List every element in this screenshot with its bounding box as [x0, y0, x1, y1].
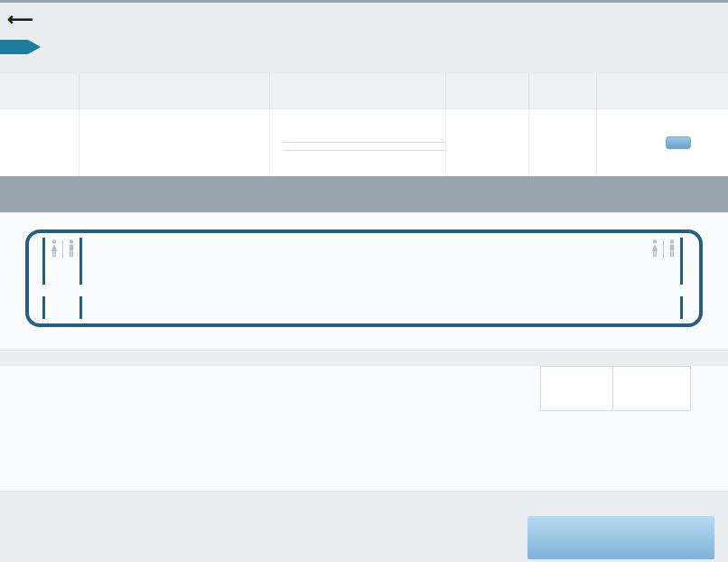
wc-divider [663, 240, 664, 258]
wagon-bottom-zone [29, 296, 699, 319]
wc-left [45, 238, 82, 285]
passenger-train-number [541, 367, 613, 410]
date-cell [270, 109, 446, 176]
train-info-table [0, 73, 728, 176]
top-strip [0, 0, 728, 3]
compartments-bottom [82, 296, 646, 319]
aisle-right-space [646, 296, 683, 319]
back-to-train-list-link[interactable]: ⟵ [0, 3, 42, 25]
vestibule-right [683, 238, 699, 285]
breadcrumb-step-seat-selection[interactable] [0, 40, 41, 54]
booking-page: ⟵ [0, 0, 728, 562]
passenger-box [540, 366, 691, 411]
wagon-type-line [0, 212, 728, 222]
train-row [0, 109, 728, 176]
vestibule-right [683, 296, 699, 319]
vestibule-left [29, 296, 45, 319]
wc-divider [62, 240, 63, 258]
left-arrow-icon: ⟵ [7, 13, 33, 25]
passenger-seat-info [613, 367, 690, 410]
section-divider [0, 350, 728, 351]
times-cell [446, 109, 529, 176]
duration-cell [529, 109, 597, 176]
wagon-scheme [25, 229, 703, 327]
aisle-left-space [45, 296, 82, 319]
wc-male-icon [667, 239, 677, 258]
header-route [79, 73, 270, 109]
compartments-top [82, 238, 646, 285]
train-number-cell [0, 109, 79, 176]
wagon-top-zone [29, 238, 699, 285]
checkout-button[interactable] [527, 516, 714, 559]
free-seats-cell [597, 109, 728, 176]
passenger-card [540, 366, 691, 411]
seat-map-section [0, 212, 728, 351]
wc-female-icon [650, 239, 659, 258]
header-duration [529, 73, 597, 109]
arrival-date-line [283, 143, 445, 151]
select-train-button[interactable] [666, 136, 691, 149]
summary-footer [0, 492, 728, 559]
wc-female-icon [50, 239, 59, 258]
table-header-row [0, 73, 728, 109]
wc-male-icon [67, 239, 76, 258]
header-date [270, 73, 446, 109]
header-departure-arrival [446, 73, 529, 109]
breadcrumb [0, 33, 728, 61]
wc-right [646, 238, 683, 285]
passenger-section [0, 366, 728, 492]
vestibule-left [29, 238, 45, 285]
departure-date-line [283, 135, 445, 143]
header-free-seats [597, 73, 728, 109]
header-train-number [0, 73, 79, 109]
route-cell [79, 109, 270, 176]
wagon-tabs-bar [0, 176, 728, 212]
